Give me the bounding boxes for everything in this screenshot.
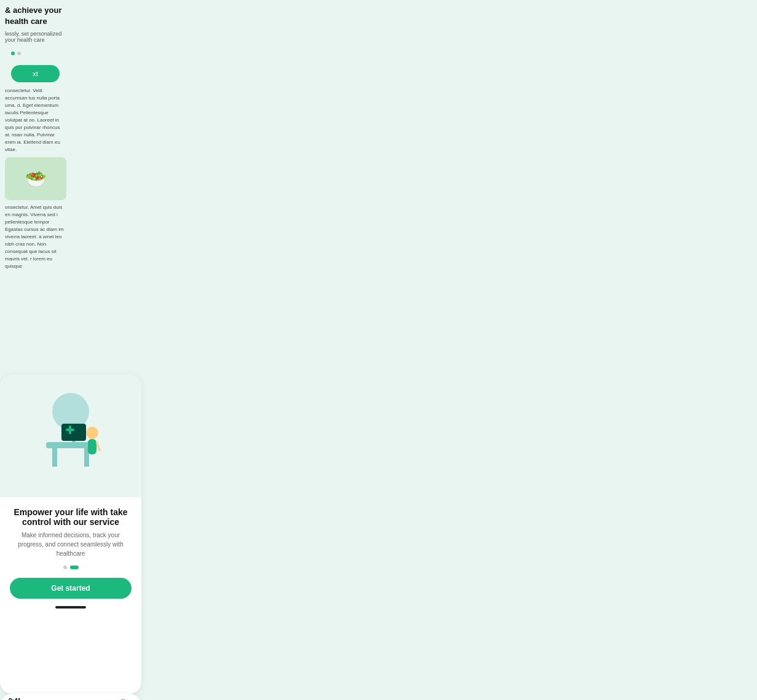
next-button[interactable]: xt: [11, 65, 60, 82]
dot-2: [17, 52, 21, 55]
home-indicator: [55, 606, 86, 609]
onboard-sub: lessly, set personalized your health car…: [5, 31, 66, 43]
svg-rect-9: [88, 439, 96, 454]
store-status-time: 9:41: [9, 698, 21, 700]
empower-dot-2: [70, 566, 79, 569]
empower-title: Empower your life with take control with…: [0, 497, 141, 531]
store-status-bar: 9:41 ▲▲▲ ≋ ▬: [0, 694, 141, 700]
get-started-button[interactable]: Get started: [10, 578, 131, 599]
food-image: 🥗: [5, 157, 66, 200]
empower-panel: Empower your life with take control with…: [0, 375, 141, 694]
svg-rect-4: [61, 424, 86, 441]
empower-illustration: [0, 375, 141, 497]
store-status-icons: ▲▲▲ ≋ ▬: [103, 698, 133, 701]
empower-sub: Make informed decisions, track your prog…: [0, 531, 141, 566]
para-text-1: consectetur. Velit accumsan tus nulla po…: [5, 87, 66, 154]
svg-rect-7: [69, 426, 71, 434]
svg-rect-2: [52, 448, 57, 467]
svg-line-10: [96, 442, 100, 451]
onboard-tagline: & achieve your health care: [5, 5, 66, 27]
store-small-panel: 9:41 ▲▲▲ ≋ ▬ Store ⬆ 🔍 All GSL Vitamin P…: [0, 694, 141, 700]
para-text-2: onsectetur. Amet quis duis en magnis. Vi…: [5, 204, 66, 270]
svg-point-8: [86, 427, 98, 439]
empower-dot-1: [63, 566, 67, 569]
dot-1: [11, 52, 15, 55]
svg-rect-5: [72, 441, 76, 445]
left-text-panel: & achieve your health care lessly, set p…: [0, 0, 71, 375]
